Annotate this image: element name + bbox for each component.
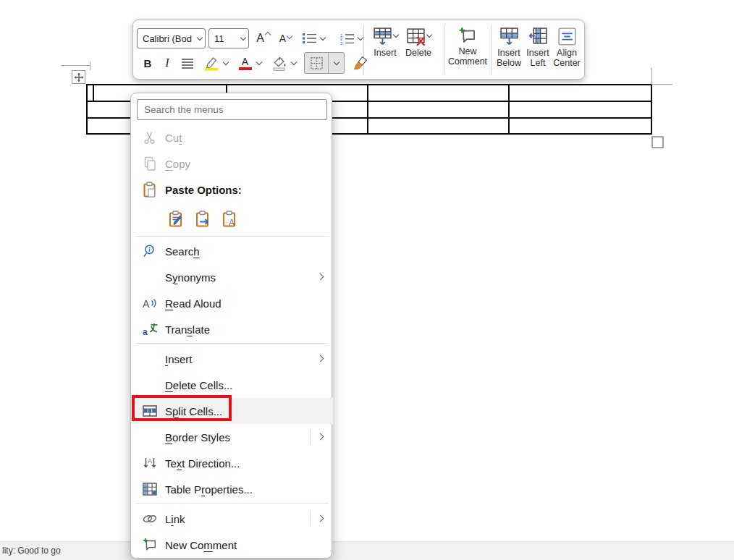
insert-below-icon: [499, 27, 519, 46]
read-aloud-icon: A: [142, 295, 158, 311]
menu-item-translate[interactable]: a Translate: [131, 316, 333, 342]
font-color-button[interactable]: A: [235, 53, 265, 73]
chevron-down-icon: [319, 34, 325, 40]
menu-item-label: Insert: [165, 353, 193, 365]
bullet-list-icon: [303, 33, 317, 44]
bold-button[interactable]: B: [139, 53, 156, 73]
copy-icon: [142, 156, 158, 171]
menu-item-label: Cut: [165, 132, 182, 144]
table-border-top: [86, 84, 652, 85]
delete-cells-button[interactable]: Delete: [402, 27, 434, 59]
delete-table-icon: [406, 27, 426, 46]
menu-item-text-direction[interactable]: A Text Direction...: [131, 450, 333, 476]
menu-item-synonyms[interactable]: Synonyms: [131, 264, 333, 290]
search-input[interactable]: [137, 99, 327, 120]
menu-separator: [135, 343, 329, 344]
chevron-down-icon: [256, 59, 261, 64]
menu-item-label: Link: [165, 513, 185, 525]
toolbar-separator: [491, 25, 492, 75]
table-resize-handle[interactable]: [651, 136, 664, 148]
new-comment-icon: [458, 27, 477, 45]
chevron-down-icon: [357, 34, 363, 40]
paste-options-label: Paste Options:: [165, 184, 242, 196]
menu-item-insert[interactable]: Insert: [131, 346, 333, 372]
menu-item-border-styles[interactable]: Border Styles: [131, 424, 333, 450]
text-direction-icon: A: [142, 455, 158, 471]
menu-item-delete-cells[interactable]: Delete Cells...: [131, 372, 333, 398]
paste-keep-source-formatting-icon[interactable]: [169, 211, 184, 227]
font-name-value: Calibri (Bod: [143, 33, 192, 44]
insert-left-button[interactable]: Insert Left: [524, 27, 552, 68]
align-center-icon: [557, 27, 577, 46]
paste-options-row: A: [131, 203, 333, 234]
insert-below-button[interactable]: Insert Below: [494, 27, 524, 68]
align-center-button[interactable]: Align Center: [551, 27, 583, 68]
word-document-canvas: { "toolbar": { "font_name": "Calibri (Bo…: [0, 0, 734, 560]
format-painter-button[interactable]: [349, 53, 371, 73]
insert-left-label: Insert Left: [524, 48, 552, 68]
table-column-line: [508, 84, 510, 135]
menu-item-new-comment[interactable]: New Comment: [131, 532, 333, 558]
menu-item-label: Text Direction...: [165, 457, 240, 470]
font-size-combobox[interactable]: 11: [208, 28, 249, 48]
menu-item-table-properties[interactable]: Table Properties...: [131, 476, 333, 502]
align-justify-icon: [181, 58, 194, 69]
mini-toolbar: Calibri (Bod 11 A A 123: [132, 20, 585, 80]
font-size-value: 11: [214, 33, 224, 44]
link-icon: [142, 511, 158, 527]
table-properties-icon: [142, 481, 158, 497]
table-move-handle[interactable]: [72, 70, 85, 84]
insert-cells-button[interactable]: Insert: [370, 27, 400, 59]
align-center-label: Align Center: [551, 48, 583, 68]
search-icon: [142, 243, 158, 259]
status-bar: lity: Good to go: [0, 541, 734, 560]
margin-cropmark-top-left: [90, 61, 90, 70]
margin-cropmark-top-left: [62, 65, 90, 66]
chevron-down-icon: [333, 59, 339, 64]
menu-item-label: Copy: [165, 158, 190, 170]
new-comment-button[interactable]: New Comment: [446, 27, 489, 67]
font-name-combobox[interactable]: Calibri (Bod: [137, 28, 206, 48]
paste-merge-formatting-icon[interactable]: [195, 211, 211, 227]
margin-cropmark-top-right: [651, 68, 652, 84]
menu-item-search[interactable]: Search: [131, 238, 333, 264]
format-painter-icon: [352, 56, 368, 71]
shading-button[interactable]: [268, 53, 300, 73]
accessibility-status[interactable]: lity: Good to go: [2, 546, 61, 556]
italic-button[interactable]: I: [159, 53, 175, 73]
menu-item-split-cells[interactable]: Split Cells...: [131, 398, 333, 424]
annotation-highlight-box: [132, 395, 232, 421]
highlighter-icon: [203, 56, 219, 71]
new-comment-label: New Comment: [446, 47, 489, 67]
table-border-right: [651, 84, 652, 135]
clipboard-icon: [142, 182, 158, 198]
shrink-font-button[interactable]: A: [275, 28, 296, 48]
borders-split-button[interactable]: [304, 52, 345, 74]
text-highlight-button[interactable]: [200, 53, 232, 73]
justify-button[interactable]: [177, 53, 198, 73]
insert-table-row-icon: [373, 27, 392, 46]
menu-item-label: New Comment: [165, 539, 237, 551]
table-column-line: [367, 84, 368, 135]
submenu-arrow-icon: [317, 515, 324, 522]
paste-keep-text-only-icon[interactable]: A: [222, 211, 237, 227]
translate-icon: a: [142, 321, 158, 337]
menu-item-read-aloud[interactable]: A Read Aloud: [131, 290, 333, 316]
menu-separator: [135, 236, 329, 237]
chevron-down-icon: [392, 32, 398, 38]
menu-item-link[interactable]: Link: [131, 506, 333, 532]
insert-left-icon: [528, 27, 548, 46]
move-arrows-icon: [74, 72, 84, 82]
bold-icon: B: [144, 57, 152, 69]
svg-text:3: 3: [340, 41, 343, 45]
grow-font-button[interactable]: A: [253, 28, 274, 48]
chevron-down-icon: [197, 34, 203, 40]
numbered-list-icon: 123: [340, 33, 355, 45]
svg-text:A: A: [229, 218, 235, 227]
menu-item-label: Read Aloud: [165, 297, 222, 310]
bullets-button[interactable]: [298, 28, 329, 48]
new-comment-icon: [142, 537, 158, 553]
svg-text:a: a: [143, 327, 148, 336]
toolbar-separator: [444, 25, 444, 75]
borders-dropdown[interactable]: [329, 53, 344, 73]
